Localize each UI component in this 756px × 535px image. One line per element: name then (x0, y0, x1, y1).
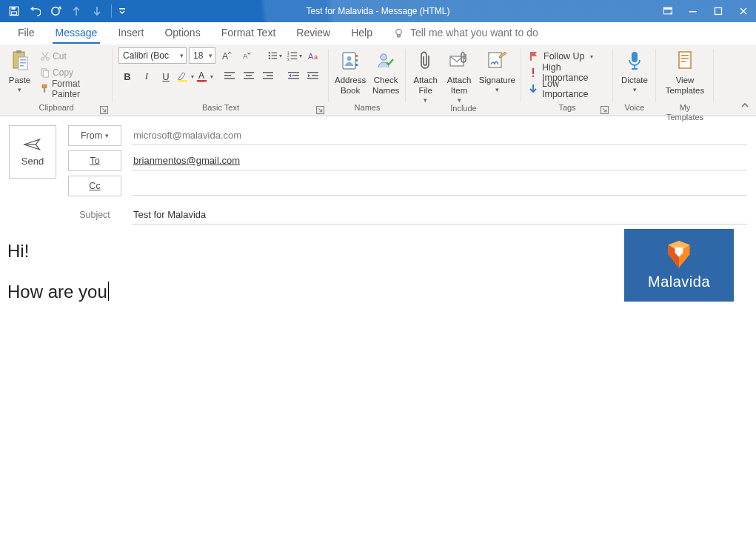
separator (111, 4, 112, 18)
microphone-icon (627, 48, 642, 73)
svg-rect-12 (16, 50, 21, 53)
address-book-button[interactable]: Address Book (333, 47, 367, 96)
tell-me-placeholder: Tell me what you want to do (410, 27, 538, 39)
font-name-combobox[interactable]: Calibri (Boc▾ (118, 47, 187, 64)
next-item-icon[interactable] (87, 2, 107, 20)
svg-rect-14 (20, 59, 26, 61)
to-button[interactable]: To (68, 150, 121, 171)
tab-message[interactable]: Message (45, 22, 108, 44)
grow-font-button[interactable]: A (218, 47, 235, 64)
group-label-my-templates: My Templates (666, 103, 703, 122)
svg-point-64 (381, 54, 387, 60)
window-controls (658, 2, 756, 20)
tab-format-text[interactable]: Format Text (211, 22, 287, 44)
tab-file[interactable]: File (7, 22, 45, 44)
minimize-icon[interactable] (683, 2, 703, 20)
low-importance-button[interactable]: Low Importance (526, 81, 609, 97)
paintbrush-icon (40, 84, 50, 94)
cc-button[interactable]: Cc (68, 176, 121, 196)
align-center-button[interactable] (240, 68, 258, 84)
underline-button[interactable]: U (157, 68, 175, 84)
chevron-down-icon: ▾ (18, 86, 21, 93)
svg-rect-49 (263, 72, 273, 73)
font-color-button[interactable]: A▾ (195, 68, 213, 84)
message-body[interactable]: Hi! How are you Malavida (0, 225, 756, 303)
svg-rect-54 (288, 78, 299, 79)
cut-button[interactable]: Cut (38, 48, 108, 64)
paperclip-icon (418, 48, 434, 73)
svg-rect-61 (355, 55, 358, 57)
svg-rect-52 (288, 72, 299, 73)
send-button[interactable]: Send (9, 125, 56, 179)
group-label-names: Names (355, 103, 381, 112)
to-field[interactable]: brianmentos@gmail.com (132, 151, 747, 170)
attach-file-button[interactable]: Attach File ▾ (410, 47, 441, 104)
svg-rect-44 (224, 75, 231, 76)
save-icon[interactable] (4, 2, 24, 20)
title-bar: Test for Malavida - Message (HTML) (0, 0, 756, 22)
dictate-button[interactable]: Dictate ▾ (618, 47, 652, 93)
paste-button[interactable]: Paste ▾ (4, 47, 35, 93)
align-left-button[interactable] (221, 68, 238, 84)
dialog-launcher-icon[interactable] (316, 106, 324, 114)
shrink-font-button[interactable]: A (238, 47, 255, 64)
subject-field[interactable]: Test for Malavida (132, 205, 747, 225)
italic-button[interactable]: I (138, 68, 155, 84)
tab-help[interactable]: Help (341, 22, 383, 44)
svg-rect-55 (307, 72, 318, 73)
svg-rect-53 (292, 75, 299, 76)
bold-button[interactable]: B (118, 68, 136, 84)
from-field[interactable]: microsoft@malavida.com (132, 126, 747, 145)
decrease-indent-button[interactable] (284, 68, 302, 84)
svg-rect-16 (20, 65, 24, 67)
svg-rect-22 (44, 87, 45, 92)
group-basic-text: Calibri (Boc▾ 18▾ A A ▾ 123▾ (113, 44, 329, 116)
dialog-launcher-icon[interactable] (601, 106, 609, 114)
customize-qat-icon[interactable] (116, 2, 128, 20)
tab-review[interactable]: Review (286, 22, 341, 44)
previous-item-icon[interactable] (67, 2, 86, 20)
collapse-ribbon-icon[interactable] (738, 99, 752, 113)
close-icon[interactable] (734, 2, 753, 20)
group-voice: Dictate ▾ Voice (613, 44, 656, 116)
svg-rect-72 (681, 55, 689, 56)
tab-insert[interactable]: Insert (107, 22, 154, 44)
svg-rect-74 (681, 61, 686, 62)
svg-text:A: A (221, 51, 228, 62)
bullets-button[interactable]: ▾ (266, 47, 284, 64)
maximize-icon[interactable] (709, 2, 728, 20)
tab-options[interactable]: Options (154, 22, 210, 44)
text-cursor (108, 282, 109, 301)
increase-indent-button[interactable] (304, 68, 321, 84)
view-templates-button[interactable]: View Templates (660, 47, 709, 96)
svg-point-18 (47, 58, 50, 61)
highlight-button[interactable]: ▾ (176, 68, 194, 84)
signature-button[interactable]: Signature ▾ (478, 47, 517, 93)
svg-rect-71 (679, 52, 691, 68)
dialog-launcher-icon[interactable] (100, 106, 108, 114)
redo-icon[interactable] (46, 2, 65, 20)
ribbon: Paste ▾ Cut Copy Format Painter Clipbo (0, 44, 756, 116)
svg-rect-63 (355, 64, 358, 66)
check-names-button[interactable]: Check Names (370, 47, 401, 96)
svg-rect-31 (272, 58, 278, 59)
undo-icon[interactable] (25, 2, 44, 20)
svg-rect-40 (178, 80, 187, 82)
svg-point-26 (269, 52, 270, 53)
ribbon-display-options-icon[interactable] (658, 2, 678, 20)
numbering-button[interactable]: 123▾ (286, 47, 304, 64)
attach-item-button[interactable]: Attach Item ▾ (444, 47, 474, 104)
address-book-icon (341, 48, 360, 73)
cc-field[interactable] (132, 176, 747, 196)
tell-me-search[interactable]: Tell me what you want to do (393, 22, 538, 44)
svg-rect-48 (244, 78, 254, 79)
format-painter-button[interactable]: Format Painter (38, 81, 108, 97)
recipient-chip[interactable]: brianmentos@gmail.com (133, 155, 240, 166)
svg-point-30 (269, 58, 270, 59)
font-size-combobox[interactable]: 18▾ (189, 47, 215, 64)
svg-rect-2 (12, 12, 17, 15)
align-right-button[interactable] (259, 68, 277, 84)
styles-button[interactable]: Aa (306, 47, 324, 64)
from-button[interactable]: From▾ (68, 125, 121, 146)
svg-rect-51 (263, 78, 273, 79)
